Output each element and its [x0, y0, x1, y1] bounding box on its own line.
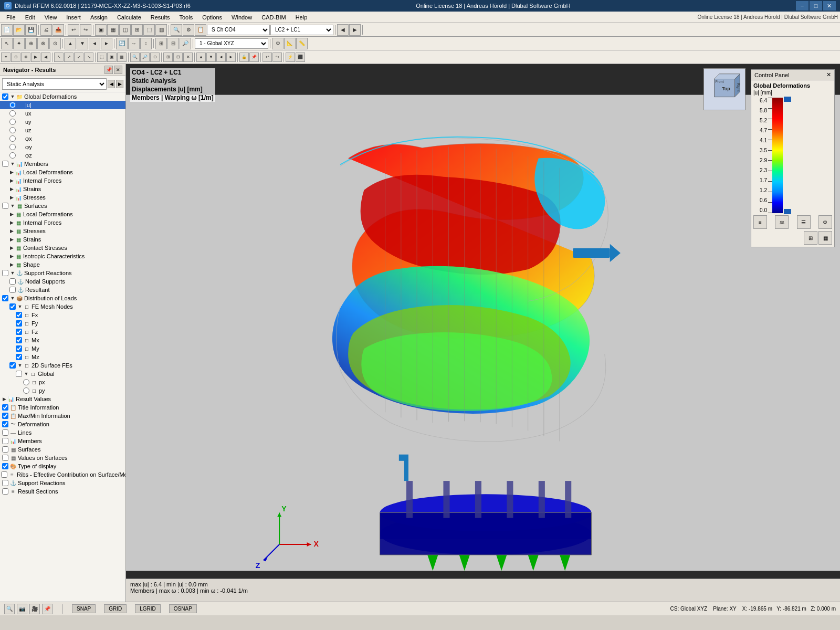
close-button[interactable]: ✕	[823, 1, 836, 10]
main-viewport[interactable]: CO4 - LC2 + LC1 Static Analysis Displace…	[126, 64, 840, 602]
tb2-btn-13[interactable]: ⊞	[155, 38, 167, 49]
menu-tools[interactable]: Tools	[175, 13, 197, 22]
maximize-button[interactable]: □	[810, 1, 822, 10]
cp-zoom-btn-1[interactable]: ⊞	[804, 231, 817, 245]
osnap-button[interactable]: OSNAP	[169, 604, 197, 613]
tb-btn-4[interactable]: ⊞	[131, 24, 143, 36]
tb3-btn-5[interactable]: ◀	[41, 52, 50, 62]
menu-options[interactable]: Options	[198, 13, 226, 22]
menu-view[interactable]: View	[40, 13, 61, 22]
new-button[interactable]: 📄	[1, 24, 13, 36]
menu-assign[interactable]: Assign	[86, 13, 112, 22]
tree-item-type-of-display[interactable]: 🎨 Type of display	[0, 462, 125, 470]
status-icon-2[interactable]: 📷	[17, 604, 27, 614]
menu-calculate[interactable]: Calculate	[113, 13, 145, 22]
tb3-btn-25[interactable]: ↩	[262, 52, 272, 62]
support-reactions-checkbox[interactable]	[2, 270, 8, 276]
tb2-btn-17[interactable]: 📐	[284, 38, 296, 49]
system-combo[interactable]: S Ch CO4	[207, 25, 270, 35]
control-panel-close[interactable]: ✕	[826, 71, 831, 78]
2d-surface-fes-checkbox[interactable]	[9, 362, 16, 369]
tree-item-phiy[interactable]: φy	[0, 143, 125, 151]
tree-item-surfaces-nav[interactable]: ▦ Surfaces	[0, 445, 125, 454]
tb3-btn-13[interactable]: 🔍	[130, 52, 140, 62]
tb3-btn-23[interactable]: 🔒	[239, 52, 249, 62]
lines-checkbox[interactable]	[2, 429, 8, 436]
nav-close-button[interactable]: ✕	[114, 66, 122, 74]
nav-prev-button[interactable]: ◀	[108, 80, 115, 88]
shape-toggle[interactable]: ▶	[8, 261, 15, 268]
tb3-btn-19[interactable]: ▲	[196, 52, 206, 62]
window-controls[interactable]: − □ ✕	[796, 1, 836, 10]
surfaces-toggle[interactable]: ▼	[9, 203, 16, 209]
mz-checkbox[interactable]	[16, 354, 22, 360]
nav-dropdown-row[interactable]: Static Analysis ◀ ▶	[0, 76, 125, 92]
cp-icon-btn-1[interactable]: ≡	[753, 215, 767, 229]
tree-item-strains-members[interactable]: ▶ 📊 Strains	[0, 185, 125, 193]
tree-item-internal-forces-surf[interactable]: ▶ ▦ Internal Forces	[0, 218, 125, 227]
menu-results[interactable]: Results	[146, 13, 174, 22]
fe-mesh-nodes-toggle[interactable]: ▼	[17, 303, 23, 310]
nav-cube[interactable]: Top Front Right	[704, 68, 746, 110]
tb-btn-3[interactable]: ◫	[119, 24, 131, 36]
grid-button[interactable]: GRID	[104, 604, 127, 613]
tb3-btn-6[interactable]: ↖	[54, 52, 64, 62]
tree-item-uz[interactable]: uz	[0, 126, 125, 134]
print-button[interactable]: 🖨	[40, 24, 52, 36]
tree-item-ux[interactable]: ux	[0, 109, 125, 118]
tree-item-strains-surf[interactable]: ▶ ▦ Strains	[0, 235, 125, 244]
navigator-controls[interactable]: 📌 ✕	[104, 66, 122, 74]
tree-item-mx[interactable]: □ Mx	[0, 336, 125, 344]
tb3-btn-10[interactable]: ⬚	[97, 52, 107, 62]
tb2-btn-4[interactable]: ⊗	[37, 38, 49, 49]
menu-cadbim[interactable]: CAD-BIM	[257, 13, 290, 22]
tb3-btn-4[interactable]: ▶	[31, 52, 40, 62]
tb3-btn-3[interactable]: ⊗	[21, 52, 30, 62]
ribs-checkbox[interactable]	[1, 471, 7, 478]
redo-button[interactable]: ↪	[80, 24, 91, 36]
lgrid-button[interactable]: LGRID	[135, 604, 161, 613]
tree-item-fe-mesh-nodes[interactable]: ▼ □ FE Mesh Nodes	[0, 302, 125, 311]
cp-icon-btn-3[interactable]: ☰	[797, 215, 811, 229]
tb2-btn-9[interactable]: ►	[101, 38, 112, 49]
values-on-surfaces-checkbox[interactable]	[2, 455, 8, 461]
tree-item-ribs[interactable]: ≡ Ribs - Effective Contribution on Surfa…	[0, 470, 125, 479]
tree-item-maxmin-information[interactable]: 📋 Max/Min Information	[0, 412, 125, 420]
tb3-btn-17[interactable]: ⊟	[173, 52, 183, 62]
tb3-btn-20[interactable]: ▼	[206, 52, 216, 62]
tree-item-fx[interactable]: □ Fx	[0, 311, 125, 319]
fz-checkbox[interactable]	[16, 329, 22, 335]
phiz-radio[interactable]	[9, 152, 16, 159]
undo-button[interactable]: ↩	[68, 24, 79, 36]
tb3-btn-9[interactable]: ↘	[84, 52, 93, 62]
tb-btn-8[interactable]: ⚙	[183, 24, 194, 36]
px-radio[interactable]	[23, 379, 29, 385]
phiy-radio[interactable]	[9, 144, 16, 150]
export-button[interactable]: 📤	[52, 24, 64, 36]
tb2-btn-11[interactable]: ↔	[128, 38, 140, 49]
tb-btn-9[interactable]: 📋	[195, 24, 206, 36]
tree-item-members[interactable]: ▼ 📊 Members	[0, 160, 125, 168]
nav-next-button[interactable]: ▶	[116, 80, 123, 88]
tree-item-lines[interactable]: — Lines	[0, 428, 125, 437]
menu-edit[interactable]: Edit	[21, 13, 39, 22]
tb3-btn-14[interactable]: 🔎	[140, 52, 150, 62]
minimize-button[interactable]: −	[796, 1, 808, 10]
nodal-supports-checkbox[interactable]	[9, 278, 16, 285]
tb3-btn-27[interactable]: ⚡	[286, 52, 295, 62]
maxmin-info-checkbox[interactable]	[2, 413, 8, 419]
mx-checkbox[interactable]	[16, 337, 22, 343]
tb3-btn-2[interactable]: ⊕	[11, 52, 20, 62]
tree-item-phix[interactable]: φx	[0, 134, 125, 143]
tb2-btn-5[interactable]: ⊙	[49, 38, 61, 49]
tree-item-deformation[interactable]: 〜 Deformation	[0, 420, 125, 428]
menu-insert[interactable]: Insert	[62, 13, 85, 22]
tree-item-2d-surface-fes[interactable]: ▼ □ 2D Surface FEs	[0, 361, 125, 370]
loadcase-combo[interactable]: LC2 + LC1	[270, 25, 333, 35]
tree-item-isotropic[interactable]: ▶ ▦ Isotropic Characteristics	[0, 252, 125, 260]
tb3-btn-11[interactable]: ▣	[107, 52, 117, 62]
support-reactions-toggle[interactable]: ▼	[9, 270, 16, 276]
ux-radio[interactable]	[9, 110, 16, 117]
cp-icon-btn-2[interactable]: ⚖	[775, 215, 789, 229]
tree-item-nodal-supports[interactable]: ⚓ Nodal Supports	[0, 277, 125, 286]
